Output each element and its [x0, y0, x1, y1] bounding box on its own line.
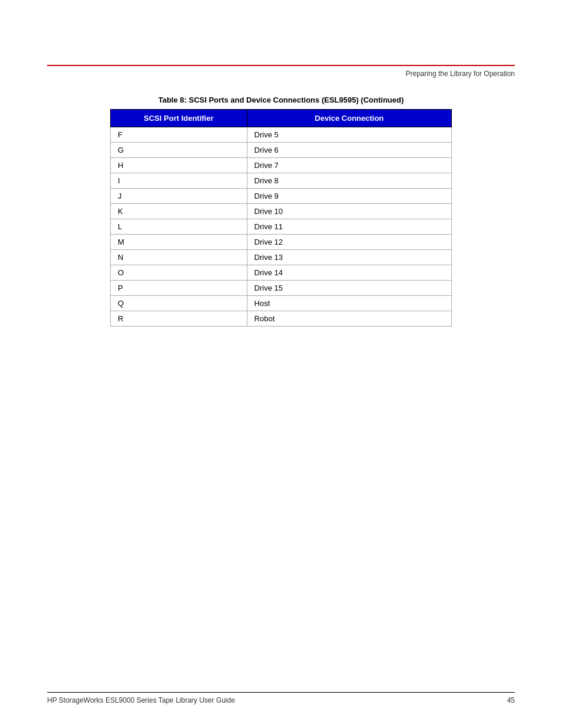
cell-scsi-port: J: [111, 189, 247, 204]
cell-device-connection: Drive 9: [247, 189, 451, 204]
table-row: KDrive 10: [111, 204, 452, 219]
cell-device-connection: Drive 10: [247, 204, 451, 219]
cell-scsi-port: M: [111, 235, 247, 250]
cell-scsi-port: H: [111, 158, 247, 173]
table-row: HDrive 7: [111, 158, 452, 173]
cell-scsi-port: I: [111, 173, 247, 189]
table-caption: Table 8: SCSI Ports and Device Connectio…: [110, 95, 452, 104]
table-header-row: SCSI Port Identifier Device Connection: [111, 110, 452, 127]
cell-scsi-port: G: [111, 143, 247, 158]
table-wrapper: Table 8: SCSI Ports and Device Connectio…: [110, 95, 452, 327]
cell-device-connection: Drive 11: [247, 219, 451, 235]
cell-device-connection: Host: [247, 296, 451, 311]
cell-device-connection: Drive 8: [247, 173, 451, 189]
footer-left-text: HP StorageWorks ESL9000 Series Tape Libr…: [47, 696, 235, 704]
cell-scsi-port: P: [111, 281, 247, 296]
cell-device-connection: Drive 12: [247, 235, 451, 250]
table-row: JDrive 9: [111, 189, 452, 204]
table-row: IDrive 8: [111, 173, 452, 189]
header-rule: [47, 65, 515, 66]
cell-scsi-port: R: [111, 311, 247, 327]
cell-scsi-port: K: [111, 204, 247, 219]
cell-scsi-port: N: [111, 250, 247, 265]
cell-device-connection: Drive 5: [247, 127, 451, 143]
table-row: FDrive 5: [111, 127, 452, 143]
table-row: NDrive 13: [111, 250, 452, 265]
col-header-device-connection: Device Connection: [247, 110, 451, 127]
table-row: ODrive 14: [111, 265, 452, 281]
cell-device-connection: Drive 15: [247, 281, 451, 296]
table-row: LDrive 11: [111, 219, 452, 235]
table-row: MDrive 12: [111, 235, 452, 250]
cell-device-connection: Drive 13: [247, 250, 451, 265]
header-subtitle: Preparing the Library for Operation: [47, 70, 515, 78]
cell-scsi-port: F: [111, 127, 247, 143]
page-container: Preparing the Library for Operation Tabl…: [0, 0, 562, 728]
table-row: QHost: [111, 296, 452, 311]
footer: HP StorageWorks ESL9000 Series Tape Libr…: [47, 693, 515, 704]
cell-device-connection: Drive 14: [247, 265, 451, 281]
cell-device-connection: Robot: [247, 311, 451, 327]
table-row: GDrive 6: [111, 143, 452, 158]
table-row: PDrive 15: [111, 281, 452, 296]
table-row: RRobot: [111, 311, 452, 327]
cell-scsi-port: L: [111, 219, 247, 235]
cell-device-connection: Drive 6: [247, 143, 451, 158]
cell-scsi-port: Q: [111, 296, 247, 311]
cell-scsi-port: O: [111, 265, 247, 281]
scsi-ports-table: SCSI Port Identifier Device Connection F…: [110, 109, 452, 327]
footer-page-number: 45: [507, 696, 515, 704]
cell-device-connection: Drive 7: [247, 158, 451, 173]
col-header-scsi-port: SCSI Port Identifier: [111, 110, 247, 127]
